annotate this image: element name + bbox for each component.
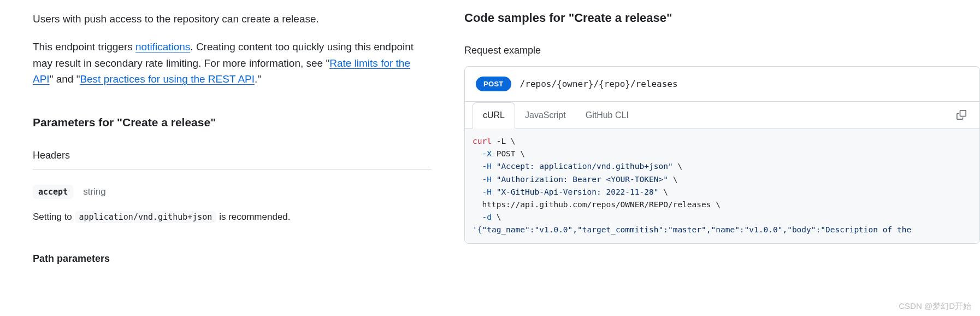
accept-desc-pre: Setting to — [33, 212, 75, 222]
code-block: curl -L \ -X POST \ -H "Accept: applicat… — [465, 128, 979, 243]
param-type-accept: string — [83, 186, 106, 197]
intro2-pre: This endpoint triggers — [33, 41, 135, 52]
sample-box: POST /repos/{owner}/{repo}/releases cURL… — [464, 66, 980, 244]
endpoint-path: /repos/{owner}/{repo}/releases — [520, 79, 678, 89]
code-l7: -d — [473, 213, 492, 221]
code-l4b: "Authorization: Bearer <YOUR-TOKEN>" — [492, 175, 668, 184]
copy-icon[interactable] — [951, 104, 972, 125]
code-l3c: \ — [673, 162, 682, 171]
accept-desc-code: application/vnd.github+json — [75, 211, 217, 223]
intro2-end: ." — [255, 73, 261, 85]
intro2-mid2: " and " — [50, 73, 80, 85]
headers-divider — [33, 169, 432, 169]
notifications-link[interactable]: notifications — [135, 41, 190, 52]
headers-heading: Headers — [33, 150, 432, 161]
code-l3a: -H — [473, 162, 492, 171]
code-l3b: "Accept: application/vnd.github+json" — [492, 162, 673, 171]
code-l4a: -H — [473, 175, 492, 184]
code-l8: \ — [492, 213, 501, 221]
intro-paragraph-1: Users with push access to the repository… — [33, 11, 432, 27]
intro-paragraph-2: This endpoint triggers notifications. Cr… — [33, 39, 432, 87]
code-samples-heading: Code samples for "Create a release" — [464, 11, 980, 25]
code-samples-panel: Code samples for "Create a release" Requ… — [464, 11, 980, 265]
code-tabs: cURL JavaScript GitHub CLI — [465, 102, 979, 128]
param-accept-row: accept string — [33, 185, 432, 199]
code-l5b: "X-GitHub-Api-Version: 2022-11-28" — [492, 188, 659, 196]
code-l6: https://api.github.com/repos/OWNER/REPO/… — [473, 200, 721, 209]
code-l4c: \ — [668, 175, 677, 184]
accept-desc-post: is recommended. — [216, 212, 290, 222]
code-l1b: -L \ — [492, 137, 516, 145]
code-l2b: POST \ — [492, 149, 525, 158]
code-l5c: \ — [658, 188, 668, 196]
code-l1a: curl — [473, 137, 492, 145]
tab-github-cli[interactable]: GitHub CLI — [576, 103, 639, 128]
best-practices-link[interactable]: Best practices for using the REST API — [80, 73, 255, 85]
param-name-accept: accept — [33, 185, 73, 199]
request-example-heading: Request example — [464, 45, 980, 56]
endpoint-row: POST /repos/{owner}/{repo}/releases — [465, 67, 979, 102]
code-l5a: -H — [473, 188, 492, 196]
param-desc-accept: Setting to application/vnd.github+json i… — [33, 210, 432, 224]
tab-curl[interactable]: cURL — [473, 102, 515, 128]
parameters-heading: Parameters for "Create a release" — [33, 116, 432, 129]
code-l9: '{"tag_name":"v1.0.0","target_commitish"… — [473, 225, 911, 234]
code-l2a: -X — [473, 149, 492, 158]
watermark: CSDN @梦幻D开始 — [899, 301, 971, 312]
doc-main: Users with push access to the repository… — [0, 11, 464, 265]
http-method-badge: POST — [476, 77, 511, 91]
path-parameters-heading: Path parameters — [33, 253, 432, 265]
tab-javascript[interactable]: JavaScript — [515, 103, 576, 128]
